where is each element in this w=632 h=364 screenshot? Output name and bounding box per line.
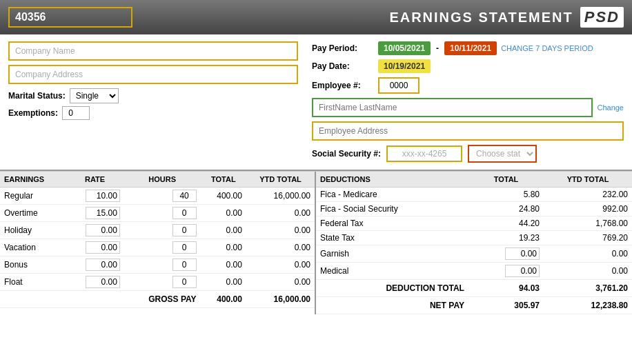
- earning-hours[interactable]: [124, 239, 201, 256]
- change-name-link[interactable]: Change: [597, 103, 624, 112]
- company-address-input[interactable]: [8, 65, 298, 84]
- earning-total: 0.00: [201, 205, 246, 222]
- gross-pay-total: 400.00: [201, 291, 246, 308]
- left-panel: Marital Status: Single Married Exemption…: [8, 41, 298, 163]
- deductions-row: Fica - Medicare 5.80 232.00: [316, 188, 632, 202]
- exemptions-input[interactable]: [62, 106, 90, 120]
- state-select[interactable]: Choose state Alabama California New York…: [468, 145, 537, 163]
- deduction-total: 5.80: [468, 188, 544, 202]
- deductions-header-ytd: YTD TOTAL: [544, 172, 632, 188]
- earning-hours[interactable]: [124, 256, 201, 274]
- deductions-row: Garnish 0.00: [316, 245, 632, 263]
- earning-ytd: 16,000.00: [246, 188, 315, 205]
- deduction-name: Federal Tax: [316, 216, 468, 231]
- deduction-name: Fica - Social Security: [316, 202, 468, 216]
- employee-name-input[interactable]: [312, 98, 593, 117]
- ss-label: Social Security #:: [312, 149, 381, 159]
- gross-pay-spacer: [0, 291, 124, 308]
- deductions-row: Fica - Social Security 24.80 992.00: [316, 202, 632, 216]
- gross-pay-label: GROSS PAY: [124, 291, 201, 308]
- earnings-row: Overtime 0.00 0.00: [0, 205, 315, 222]
- earning-name: Holiday: [0, 222, 66, 239]
- deduction-total-label: DEDUCTION TOTAL: [316, 280, 468, 297]
- earnings-row: Holiday 0.00 0.00: [0, 222, 315, 239]
- earning-hours[interactable]: [124, 274, 201, 291]
- deductions-table: DEDUCTIONS TOTAL YTD TOTAL Fica - Medica…: [316, 172, 632, 314]
- id-input[interactable]: [8, 7, 132, 28]
- earning-rate[interactable]: [66, 222, 124, 239]
- marital-label: Marital Status:: [8, 91, 66, 101]
- earnings-table: EARNINGS RATE HOURS TOTAL YTD TOTAL Regu…: [0, 172, 316, 314]
- earning-name: Overtime: [0, 205, 66, 222]
- earnings-row: Bonus 0.00 0.00: [0, 256, 315, 274]
- net-pay-row: NET PAY 305.97 12,238.80: [316, 297, 632, 314]
- deduction-total: 19.23: [468, 231, 544, 245]
- deduction-ytd: 0.00: [544, 245, 632, 263]
- deduction-name: State Tax: [316, 231, 468, 245]
- deduction-total: 44.20: [468, 216, 544, 231]
- net-pay-ytd: 12,238.80: [544, 297, 632, 314]
- earning-ytd: 0.00: [246, 239, 315, 256]
- employee-num-row: Employee #:: [312, 77, 624, 94]
- deduction-total-value: 94.03: [468, 280, 544, 297]
- ss-input[interactable]: [386, 145, 462, 162]
- deductions-row: State Tax 19.23 769.20: [316, 231, 632, 245]
- pay-period-row: Pay Period: 10/05/2021 - 10/11/2021 CHAN…: [312, 41, 624, 55]
- employee-address-input[interactable]: [312, 121, 624, 141]
- earning-ytd: 0.00: [246, 274, 315, 291]
- ss-row: Social Security #: Choose state Alabama …: [312, 145, 624, 163]
- marital-select[interactable]: Single Married: [70, 88, 119, 103]
- pay-period-start: 10/05/2021: [378, 41, 431, 55]
- deduction-total-row: DEDUCTION TOTAL 94.03 3,761.20: [316, 280, 632, 297]
- employee-name-row: Change: [312, 98, 624, 117]
- deduction-name: Medical: [316, 263, 468, 280]
- pay-date-label: Pay Date:: [312, 61, 374, 71]
- deduction-total[interactable]: [468, 263, 544, 280]
- earning-rate[interactable]: [66, 205, 124, 222]
- company-name-input[interactable]: [8, 41, 298, 61]
- change-period-link[interactable]: CHANGE 7 DAYS PERIOD: [501, 44, 593, 52]
- deduction-ytd: 0.00: [544, 263, 632, 280]
- earning-hours[interactable]: [124, 205, 201, 222]
- earning-rate[interactable]: [66, 256, 124, 274]
- earnings-header-rate: RATE: [66, 172, 124, 188]
- earnings-header-total: TOTAL: [201, 172, 246, 188]
- earning-rate[interactable]: [66, 239, 124, 256]
- exemptions-row: Exemptions:: [8, 106, 298, 120]
- deduction-total: 24.80: [468, 202, 544, 216]
- deduction-name: Garnish: [316, 245, 468, 263]
- earnings-statement-label: EARNINGS STATEMENT: [389, 10, 573, 26]
- pay-period-label: Pay Period:: [312, 43, 374, 53]
- net-pay-label: NET PAY: [316, 297, 468, 314]
- earning-name: Vacation: [0, 239, 66, 256]
- employee-num-input[interactable]: [378, 77, 419, 94]
- earning-total: 400.00: [201, 188, 246, 205]
- psd-logo: PSD: [580, 7, 624, 28]
- earning-total: 0.00: [201, 239, 246, 256]
- earning-hours[interactable]: [124, 188, 201, 205]
- pay-period-end: 10/11/2021: [444, 41, 497, 55]
- bottom-section: EARNINGS RATE HOURS TOTAL YTD TOTAL Regu…: [0, 171, 632, 314]
- earning-ytd: 0.00: [246, 222, 315, 239]
- earnings-header-name: EARNINGS: [0, 172, 66, 188]
- earnings-header-ytd: YTD TOTAL: [246, 172, 315, 188]
- deduction-ytd: 992.00: [544, 202, 632, 216]
- marital-row: Marital Status: Single Married: [8, 88, 298, 103]
- header: EARNINGS STATEMENT PSD: [0, 0, 632, 34]
- employee-num-label: Employee #:: [312, 81, 374, 90]
- earning-ytd: 0.00: [246, 256, 315, 274]
- deductions-row: Federal Tax 44.20 1,768.00: [316, 216, 632, 231]
- earning-name: Float: [0, 274, 66, 291]
- earning-hours[interactable]: [124, 222, 201, 239]
- top-section: Marital Status: Single Married Exemption…: [0, 34, 632, 171]
- earning-rate[interactable]: [66, 274, 124, 291]
- deduction-total[interactable]: [468, 245, 544, 263]
- header-title: EARNINGS STATEMENT PSD: [389, 7, 624, 28]
- deduction-ytd: 769.20: [544, 231, 632, 245]
- earning-rate[interactable]: [66, 188, 124, 205]
- deduction-total-ytd: 3,761.20: [544, 280, 632, 297]
- earning-total: 0.00: [201, 222, 246, 239]
- pay-date: 10/19/2021: [378, 59, 431, 73]
- earning-name: Regular: [0, 188, 66, 205]
- deductions-row: Medical 0.00: [316, 263, 632, 280]
